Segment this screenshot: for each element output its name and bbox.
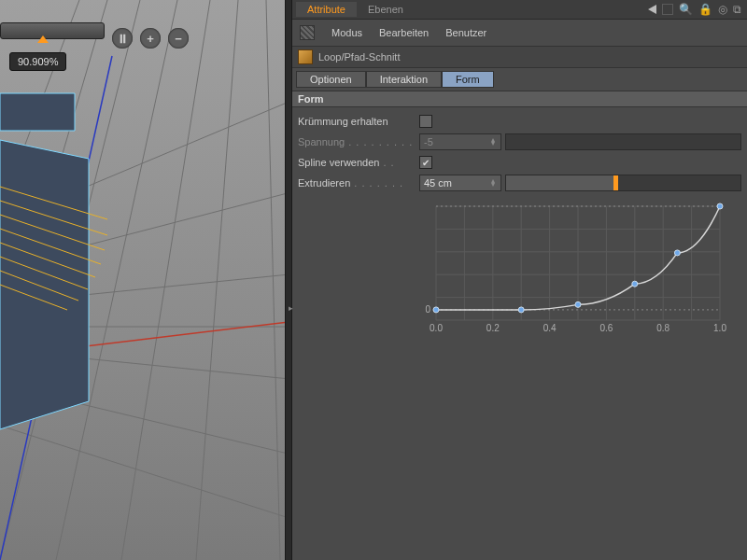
svg-marker-16: [0, 93, 75, 131]
panel-tabs: Attribute Ebenen 🔍 🔒 ◎ ⧉: [292, 0, 747, 20]
svg-point-54: [575, 301, 581, 307]
timeline-marker[interactable]: [37, 35, 49, 43]
expand-handle[interactable]: ▸: [289, 303, 293, 313]
svg-point-56: [674, 250, 680, 256]
input-tension: -5▴▾: [419, 133, 501, 150]
label-extrude: Extrudieren . . . . . . .: [298, 177, 419, 189]
search-icon[interactable]: 🔍: [679, 3, 693, 16]
svg-text:1.0: 1.0: [713, 323, 726, 333]
attribute-menubar: Modus Bearbeiten Benutzer: [292, 20, 747, 46]
nav-back-icon[interactable]: [648, 5, 656, 14]
svg-text:0: 0: [425, 304, 430, 315]
new-window-icon[interactable]: ⧉: [733, 3, 741, 16]
object-header: Loop/Pfad-Schnitt: [292, 46, 747, 68]
svg-line-11: [266, 0, 280, 560]
slider-tension: [505, 133, 741, 150]
svg-point-57: [717, 203, 723, 209]
label-use-spline: Spline verwenden . .: [298, 157, 419, 168]
settings-icon[interactable]: ◎: [718, 3, 727, 16]
spline-curve-editor[interactable]: 0.00.20.40.60.81.00: [419, 199, 737, 348]
svg-line-9: [121, 0, 210, 560]
panel-splitter[interactable]: [285, 0, 292, 560]
viewport-3d[interactable]: ⏸ + − 90.909%: [0, 0, 285, 560]
slider-extrude[interactable]: [505, 175, 741, 191]
nav-fwd-icon[interactable]: [662, 4, 673, 15]
object-name: Loop/Pfad-Schnitt: [318, 51, 400, 63]
zoom-in-button[interactable]: +: [140, 28, 161, 49]
form-body: ▸ Krümmung erhalten Spannung . . . . . .…: [292, 107, 747, 354]
svg-text:0.2: 0.2: [486, 323, 500, 333]
object-icon: [298, 49, 313, 64]
layout-icon[interactable]: [300, 25, 315, 40]
svg-text:0.6: 0.6: [599, 323, 613, 333]
svg-text:0.4: 0.4: [543, 323, 557, 333]
subtab-options[interactable]: Optionen: [296, 71, 366, 88]
section-form-header: Form: [292, 91, 747, 107]
tab-layers[interactable]: Ebenen: [357, 2, 415, 17]
menu-mode[interactable]: Modus: [331, 27, 362, 38]
lock-icon[interactable]: 🔒: [698, 3, 712, 16]
checkbox-use-spline[interactable]: ✔: [419, 156, 432, 169]
pause-button[interactable]: ⏸: [112, 28, 133, 49]
menu-edit[interactable]: Bearbeiten: [379, 27, 429, 38]
subtab-form[interactable]: Form: [442, 71, 494, 88]
svg-point-55: [632, 281, 638, 287]
svg-text:0.0: 0.0: [430, 323, 443, 333]
checkbox-preserve-curvature[interactable]: [419, 115, 432, 128]
svg-point-53: [518, 307, 524, 313]
svg-line-4: [0, 411, 285, 560]
menu-user[interactable]: Benutzer: [445, 27, 486, 38]
subtab-interaction[interactable]: Interaktion: [366, 71, 442, 88]
label-tension: Spannung . . . . . . . . .: [298, 136, 419, 147]
timeline-slider[interactable]: [0, 22, 105, 39]
input-extrude[interactable]: 45 cm▴▾: [419, 175, 501, 191]
tab-attributes[interactable]: Attribute: [296, 2, 357, 17]
label-preserve-curvature: Krümmung erhalten: [298, 116, 419, 127]
zoom-percentage: 90.909%: [9, 52, 66, 71]
zoom-out-button[interactable]: −: [168, 28, 189, 49]
svg-text:0.8: 0.8: [656, 323, 669, 333]
viewport-grid: [0, 0, 285, 560]
attribute-panel: Attribute Ebenen 🔍 🔒 ◎ ⧉ Modus Bearbeite…: [292, 0, 747, 560]
svg-point-52: [433, 307, 439, 313]
attribute-subtabs: Optionen Interaktion Form: [292, 68, 747, 91]
